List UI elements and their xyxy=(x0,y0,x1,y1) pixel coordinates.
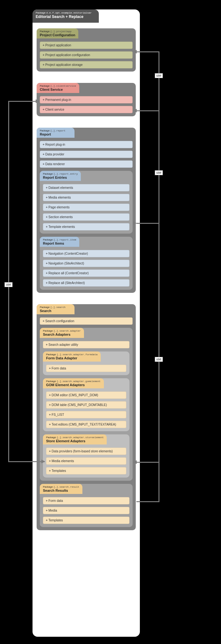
class-row: + Media xyxy=(43,507,129,514)
class-row: + DOM table (CMS_INPUT_DOMTABLE) xyxy=(46,401,126,409)
class-row: + Client service xyxy=(40,106,133,113)
package-search-adapter: Package […].search.adapter Search Adapte… xyxy=(40,328,133,481)
package-keyword: Package xyxy=(40,306,50,309)
package-keyword: Package xyxy=(40,30,50,33)
arrowhead-icon xyxy=(41,460,45,463)
class-row: + Data providers (form-based store eleme… xyxy=(46,448,126,455)
package-keyword: Package xyxy=(43,172,53,175)
package-path: […].projectapp xyxy=(50,30,71,33)
class-row: + Navigation (SiteArchitect) xyxy=(43,260,129,267)
package-tab: Package […].search.adapter Search Adapte… xyxy=(40,328,84,338)
connector xyxy=(136,110,159,111)
package-keyword: Package xyxy=(43,485,53,488)
package-tab: Package […].search.adapter.gomelement GO… xyxy=(43,378,104,388)
package-path: […].clientservice xyxy=(50,84,76,87)
package-search-adapter-storeelement: Package […].search.adapter.storeelement … xyxy=(43,434,129,478)
use-label: use xyxy=(155,73,163,78)
package-tab: Package […].search Search xyxy=(37,304,75,314)
class-row: + Project application configuration xyxy=(40,51,133,59)
class-row: + Section elements xyxy=(43,213,129,221)
root-package-title: Editorial Search + Replace xyxy=(36,15,96,19)
connector xyxy=(136,223,159,224)
class-row: + Template elements xyxy=(43,223,129,230)
diagram-canvas: Package d.e.f.opt.example.editorialsar E… xyxy=(0,0,221,644)
package-title: Search Adapters xyxy=(43,333,81,336)
package-tab: Package […].report Report xyxy=(37,128,75,138)
package-keyword: Package xyxy=(46,436,56,439)
package-tab: Package […].report.item Report Items xyxy=(40,237,79,247)
package-keyword: Package xyxy=(40,84,50,87)
package-clientservice: Package […].clientservice Client Service… xyxy=(37,83,136,116)
arrowhead-icon xyxy=(36,99,39,103)
package-search-result: Package […].search.result Search Results… xyxy=(40,484,133,527)
connector xyxy=(8,101,39,102)
package-title: Client Service xyxy=(40,88,76,91)
package-title: GOM Element Adapters xyxy=(46,383,101,387)
package-title: Report Entries xyxy=(43,176,78,179)
package-title: Store Element Adapters xyxy=(46,439,104,443)
class-row: + Templates xyxy=(43,517,129,524)
package-path: […].search.adapter.formdata xyxy=(57,353,98,356)
class-row: + Navigation (ContentCreator) xyxy=(43,250,129,257)
use-label: use xyxy=(155,170,163,175)
package-keyword: Package xyxy=(46,353,56,356)
package-report: Package […].report Report + Report plug-… xyxy=(37,128,136,293)
class-row: + Form data xyxy=(43,497,129,504)
class-row: + Project application storage xyxy=(40,61,133,68)
package-keyword: Package xyxy=(43,238,53,241)
package-search-adapter-gomelement: Package […].search.adapter.gomelement GO… xyxy=(43,378,129,431)
class-row: + Templates xyxy=(46,467,126,474)
package-tab: Package […].projectapp Project Configura… xyxy=(37,28,78,38)
package-path: […].report.item xyxy=(53,238,76,241)
package-path: […].search xyxy=(50,306,65,309)
class-row: + Search adapter utility xyxy=(43,341,129,348)
class-row: + Permanent plug-in xyxy=(40,96,133,103)
package-keyword: Package xyxy=(40,129,50,132)
use-label: use xyxy=(4,282,13,287)
arrowhead-icon xyxy=(133,109,137,113)
class-row: + Search configuration xyxy=(40,317,133,325)
class-row: + Form data xyxy=(46,365,126,372)
arrowhead-icon xyxy=(133,221,137,225)
package-tab: Package […].search.adapter.formdata Form… xyxy=(43,351,101,362)
package-keyword: Package xyxy=(36,11,45,14)
class-row: + Media elements xyxy=(43,194,129,201)
connector xyxy=(136,462,159,463)
class-row: + DOM editor (CMS_INPUT_DOM) xyxy=(46,392,126,399)
package-search: Package […].search Search + Search confi… xyxy=(37,304,136,530)
package-path: […].report.entry xyxy=(53,172,78,175)
root-package-path: d.e.f.opt.example.editorialsar xyxy=(46,11,92,14)
class-row: + Media elements xyxy=(46,457,126,465)
package-report-entry: Package […].report.entry Report Entries … xyxy=(40,171,133,234)
class-row: + Report plug-in xyxy=(40,141,133,148)
package-search-adapter-formdata: Package […].search.adapter.formdata Form… xyxy=(43,351,129,375)
package-keyword: Package xyxy=(46,380,56,383)
package-projectapp: Package […].projectapp Project Configura… xyxy=(37,28,136,72)
package-tab: Package […].clientservice Client Service xyxy=(37,83,79,93)
package-title: Report xyxy=(40,132,71,136)
arrowhead-icon xyxy=(133,50,137,54)
class-row: + FS_LIST xyxy=(46,411,126,418)
class-row: + Replace all (SiteArchitect) xyxy=(43,279,129,287)
package-path: […].search.adapter.storeelement xyxy=(57,436,104,439)
class-row: + Dataset elements xyxy=(43,184,129,191)
root-package-tab: Package d.e.f.opt.example.editorialsar E… xyxy=(33,9,99,23)
class-row: + Project application xyxy=(40,42,133,49)
class-row: + Page elements xyxy=(43,204,129,211)
package-title: Project Configuration xyxy=(40,33,75,37)
connector xyxy=(8,101,9,462)
package-report-item: Package […].report.item Report Items + N… xyxy=(40,237,133,290)
package-tab: Package […].search.result Search Results xyxy=(40,484,82,494)
package-tab: Package […].report.entry Report Entries xyxy=(40,171,81,181)
connector xyxy=(136,501,159,502)
package-path: […].search.adapter xyxy=(53,329,81,332)
package-tab: Package […].search.adapter.storeelement … xyxy=(43,434,107,444)
package-path: […].report xyxy=(50,129,65,132)
package-path: […].search.adapter.gomelement xyxy=(57,380,100,383)
class-row: + Text editors (CMS_INPUT_TEXT/TEXTAREA) xyxy=(46,421,126,428)
package-title: Search Results xyxy=(43,489,79,492)
connector xyxy=(158,51,159,502)
package-title: Search xyxy=(40,309,71,313)
connector xyxy=(8,461,45,462)
use-label: use xyxy=(155,357,163,362)
